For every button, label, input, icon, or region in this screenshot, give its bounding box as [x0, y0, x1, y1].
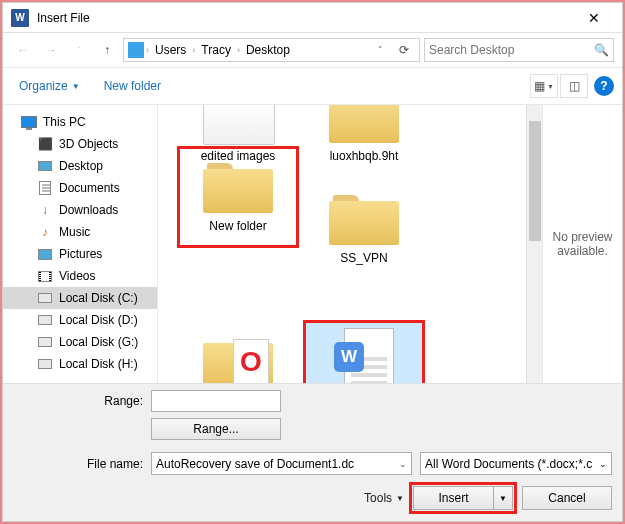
refresh-button[interactable]: ⟳	[393, 43, 415, 57]
folder-icon	[203, 105, 273, 143]
nav-3d-objects[interactable]: ⬛3D Objects	[3, 133, 157, 155]
scrollbar-vertical[interactable]	[526, 105, 542, 383]
breadcrumb[interactable]: Desktop	[242, 41, 294, 59]
disk-icon	[38, 315, 52, 325]
tools-label: Tools	[364, 491, 392, 505]
new-folder-button[interactable]: New folder	[96, 75, 169, 97]
document-icon	[39, 181, 51, 195]
nav-label: Local Disk (C:)	[59, 291, 138, 305]
file-list-pane[interactable]: edited images luoxhbqb.9ht New folder SS…	[158, 105, 542, 383]
scroll-thumb[interactable]	[529, 121, 541, 241]
nav-label: Documents	[59, 181, 120, 195]
music-icon: ♪	[37, 224, 53, 240]
insert-button-highlight: Insert ▼	[412, 485, 514, 511]
nav-label: Downloads	[59, 203, 118, 217]
download-icon: ↓	[37, 202, 53, 218]
picture-icon	[38, 249, 52, 260]
folder-icon	[203, 157, 273, 213]
nav-label: Videos	[59, 269, 95, 283]
word-app-icon: W	[11, 9, 29, 27]
folder-icon	[329, 189, 399, 245]
nav-disk-d[interactable]: Local Disk (D:)	[3, 309, 157, 331]
preview-pane: No preview available.	[542, 105, 622, 383]
nav-label: Desktop	[59, 159, 103, 173]
view-mode-button[interactable]: ▦▼	[530, 74, 558, 98]
nav-disk-h[interactable]: Local Disk (H:)	[3, 353, 157, 375]
nav-label: Local Disk (H:)	[59, 357, 138, 371]
address-dropdown[interactable]: ˅	[369, 45, 391, 55]
nav-label: Music	[59, 225, 90, 239]
navigation-pane: This PC ⬛3D Objects Desktop Documents ↓D…	[3, 105, 158, 383]
filename-value: AutoRecovery save of Document1.dc	[156, 457, 354, 471]
chevron-right-icon[interactable]: ›	[146, 45, 149, 55]
range-button[interactable]: Range...	[151, 418, 281, 440]
folder-item[interactable]: SS_VPN	[304, 179, 424, 319]
item-label: SS_VPN	[340, 251, 387, 266]
preview-pane-button[interactable]: ◫	[560, 74, 588, 98]
nav-label: 3D Objects	[59, 137, 118, 151]
recent-dropdown[interactable]: ˅	[67, 38, 91, 62]
nav-documents[interactable]: Documents	[3, 177, 157, 199]
nav-music[interactable]: ♪Music	[3, 221, 157, 243]
chevron-right-icon[interactable]: ›	[192, 45, 195, 55]
chevron-down-icon[interactable]: ⌄	[399, 459, 407, 469]
nav-label: This PC	[43, 115, 86, 129]
desktop-icon	[38, 161, 52, 171]
folder-icon	[329, 105, 399, 143]
file-item-selected[interactable]: W AutoRecovery save of Document1.docx	[304, 321, 424, 383]
help-button[interactable]: ?	[594, 76, 614, 96]
window-title: Insert File	[37, 11, 574, 25]
chevron-right-icon[interactable]: ›	[237, 45, 240, 55]
drive-icon	[128, 42, 144, 58]
search-field[interactable]	[429, 43, 594, 57]
range-input[interactable]	[151, 390, 281, 412]
disk-icon	[38, 359, 52, 369]
nav-pictures[interactable]: Pictures	[3, 243, 157, 265]
breadcrumb[interactable]: Tracy	[197, 41, 235, 59]
insert-label: Insert	[414, 487, 494, 509]
nav-videos[interactable]: Videos	[3, 265, 157, 287]
cancel-button[interactable]: Cancel	[522, 486, 612, 510]
video-icon	[38, 271, 52, 282]
chevron-down-icon[interactable]: ⌄	[599, 459, 607, 469]
docx-icon: W	[334, 328, 394, 383]
filter-label: All Word Documents (*.docx;*.c	[425, 457, 592, 471]
breadcrumb[interactable]: Users	[151, 41, 190, 59]
address-bar[interactable]: › Users › Tracy › Desktop ˅ ⟳	[123, 38, 420, 62]
filename-label: File name:	[13, 457, 143, 471]
nav-disk-c[interactable]: Local Disk (C:)	[3, 287, 157, 309]
file-type-filter[interactable]: All Word Documents (*.docx;*.c ⌄	[420, 452, 612, 475]
pc-icon	[21, 116, 37, 128]
chevron-down-icon: ▼	[396, 494, 404, 503]
nav-label: Local Disk (G:)	[59, 335, 138, 349]
disk-icon	[38, 293, 52, 303]
folder-item[interactable]: tools	[178, 321, 298, 383]
range-label: Range:	[13, 394, 143, 408]
forward-button[interactable]: →	[39, 38, 63, 62]
nav-desktop[interactable]: Desktop	[3, 155, 157, 177]
search-input[interactable]: 🔍	[424, 38, 614, 62]
close-icon[interactable]: ✕	[574, 10, 614, 26]
folder-item[interactable]: luoxhbqb.9ht	[304, 105, 424, 177]
insert-dropdown[interactable]: ▼	[494, 487, 512, 509]
back-button[interactable]: ←	[11, 38, 35, 62]
chevron-down-icon: ▼	[72, 82, 80, 91]
nav-downloads[interactable]: ↓Downloads	[3, 199, 157, 221]
item-label: New folder	[209, 219, 266, 234]
preview-text: No preview available.	[547, 230, 618, 258]
tools-menu[interactable]: Tools ▼	[364, 491, 404, 505]
folder-item[interactable]: New folder	[178, 147, 298, 247]
folder-icon	[203, 331, 273, 383]
organize-label: Organize	[19, 79, 68, 93]
nav-label: Local Disk (D:)	[59, 313, 138, 327]
up-button[interactable]: ↑	[95, 38, 119, 62]
filename-input[interactable]: AutoRecovery save of Document1.dc ⌄	[151, 452, 412, 475]
nav-this-pc[interactable]: This PC	[3, 111, 157, 133]
search-icon[interactable]: 🔍	[594, 43, 609, 57]
disk-icon	[38, 337, 52, 347]
nav-label: Pictures	[59, 247, 102, 261]
insert-button[interactable]: Insert ▼	[413, 486, 513, 510]
nav-disk-g[interactable]: Local Disk (G:)	[3, 331, 157, 353]
organize-menu[interactable]: Organize ▼	[11, 75, 88, 97]
item-label: luoxhbqb.9ht	[330, 149, 399, 164]
